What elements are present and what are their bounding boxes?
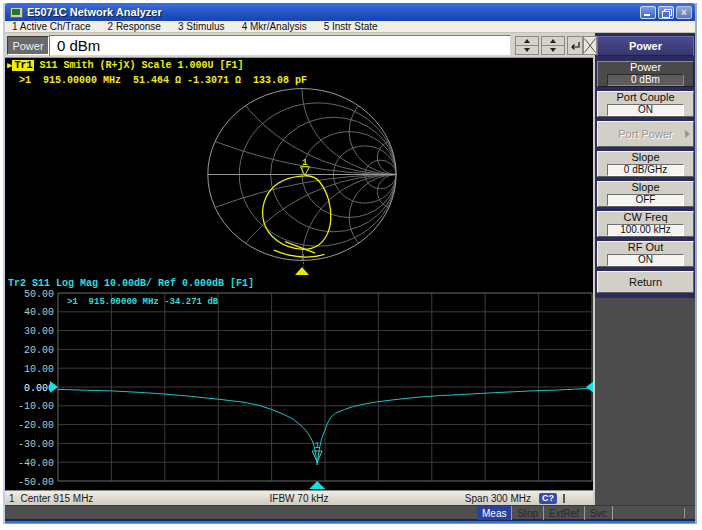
spin-down-icon[interactable] — [515, 46, 539, 55]
svg-text:-50.00: -50.00 — [18, 477, 54, 488]
menu-response[interactable]: 2 Response — [108, 21, 161, 32]
svg-text:20.00: 20.00 — [24, 345, 54, 356]
svg-text:-40.00: -40.00 — [18, 458, 54, 469]
ifbw-label: IFBW 70 kHz — [270, 493, 329, 504]
smith-chart: 1 — [205, 86, 399, 268]
status-bar-divider — [684, 508, 685, 518]
menu-mkr-analysis[interactable]: 4 Mkr/Analysis — [242, 21, 307, 32]
spin-down-icon[interactable] — [541, 46, 565, 55]
entry-close-button[interactable] — [583, 36, 597, 55]
svg-text:-20.00: -20.00 — [18, 420, 54, 431]
channel-status-bar: 1 Center 915 MHz IFBW 70 kHz Span 300 MH… — [5, 490, 593, 505]
entry-field-input[interactable]: 0 dBm — [49, 35, 511, 56]
smith-marker-stimulus-line — [303, 254, 304, 267]
status-meas: Meas — [477, 506, 512, 520]
instrument-display: ▶Tr1S11 Smith (R+jX) Scale 1.000U [F1] >… — [5, 58, 593, 490]
instrument-status-bar: Meas Stop ExtRef Svc — [5, 505, 695, 519]
minimize-button[interactable] — [640, 6, 656, 19]
titlebar[interactable]: E5071C Network Analyzer × — [5, 3, 695, 21]
enter-button[interactable] — [567, 36, 583, 55]
spin-up-icon[interactable] — [541, 36, 565, 46]
correction-badge: C? — [539, 493, 557, 504]
svg-text:-30.00: -30.00 — [18, 439, 54, 450]
softkey-return[interactable]: Return — [597, 271, 694, 293]
center-freq-label: Center 915 MHz — [21, 493, 94, 504]
softkey-power[interactable]: Power 0 dBm — [597, 61, 694, 87]
menubar: 1 Active Ch/Trace 2 Response 3 Stimulus … — [5, 21, 695, 33]
close-x-icon — [584, 38, 596, 53]
spin-up-icon[interactable] — [515, 36, 539, 46]
softkey-slope-value[interactable]: Slope 0 dB/GHz — [597, 151, 694, 177]
app-window: E5071C Network Analyzer × 1 Active Ch/Tr… — [3, 3, 697, 524]
status-extref: ExtRef — [544, 506, 585, 520]
softkey-rf-out[interactable]: RF Out ON — [597, 241, 694, 267]
menu-instr-state[interactable]: 5 Instr State — [324, 21, 378, 32]
smith-marker-stimulus-icon — [295, 267, 309, 275]
menu-active-ch-trace[interactable]: 1 Active Ch/Trace — [12, 21, 91, 32]
svg-text:30.00: 30.00 — [24, 326, 54, 337]
channel-bar-divider — [563, 494, 565, 503]
trace1-title: ▶Tr1S11 Smith (R+jX) Scale 1.000U [F1] — [7, 60, 243, 71]
fine-step-spinner[interactable] — [515, 36, 539, 55]
svg-text:1: 1 — [302, 157, 308, 167]
trace1-badge: Tr1 — [12, 60, 34, 71]
softkey-menu: Power Power 0 dBm Port Couple ON Port Po… — [593, 33, 695, 505]
restore-button[interactable] — [658, 6, 674, 19]
channel-number: 1 — [9, 493, 15, 504]
status-stop: Stop — [512, 506, 544, 520]
svg-text:1: 1 — [314, 441, 319, 451]
svg-text:>1 915.00000 MHz -34.271 dB: >1 915.00000 MHz -34.271 dB — [67, 297, 219, 307]
svg-text:0.000: 0.000 — [24, 383, 54, 394]
svg-text:10.00: 10.00 — [24, 364, 54, 375]
entry-field-label: Power — [7, 36, 49, 55]
submenu-arrow-icon — [685, 130, 690, 138]
close-button[interactable]: × — [676, 6, 692, 19]
window-title: E5071C Network Analyzer — [27, 3, 638, 21]
menu-stimulus[interactable]: 3 Stimulus — [178, 21, 225, 32]
trace1-params: S11 Smith (R+jX) Scale 1.000U [F1] — [39, 60, 243, 71]
coarse-step-spinner[interactable] — [541, 36, 565, 55]
svg-text:40.00: 40.00 — [24, 307, 54, 318]
softkey-slope-onoff[interactable]: Slope OFF — [597, 181, 694, 207]
logmag-chart: 50.0040.0030.0020.0010.000.000-10.00-20.… — [5, 286, 593, 490]
softkey-port-power[interactable]: Port Power — [597, 121, 694, 147]
app-icon — [10, 7, 23, 18]
status-svc: Svc — [585, 506, 613, 520]
trace1-marker-readout: >1 915.00000 MHz 51.464 Ω -1.3071 Ω 133.… — [19, 75, 307, 86]
softkey-cw-freq[interactable]: CW Freq 100.00 kHz — [597, 211, 694, 237]
entry-toolbar: Power 0 dBm — [5, 33, 593, 58]
enter-icon — [569, 40, 581, 52]
softkey-port-couple[interactable]: Port Couple ON — [597, 91, 694, 117]
softkey-menu-title: Power — [597, 36, 694, 56]
span-label: Span 300 MHz — [465, 493, 531, 504]
svg-text:-10.00: -10.00 — [18, 401, 54, 412]
svg-text:50.00: 50.00 — [24, 289, 54, 300]
